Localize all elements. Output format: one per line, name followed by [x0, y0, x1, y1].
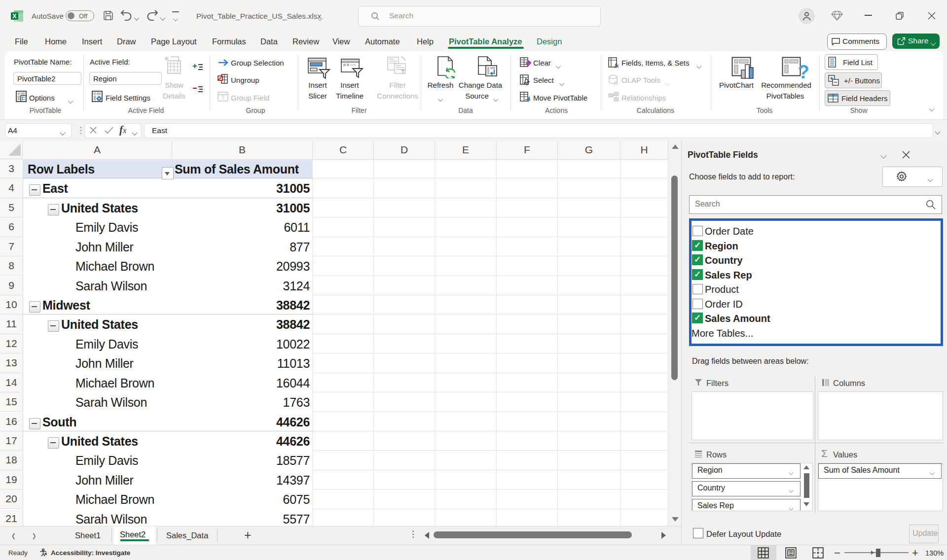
svg-text:fx: fx	[614, 80, 618, 85]
svg-text:fx: fx	[615, 62, 619, 68]
svg-text:?: ?	[798, 62, 809, 80]
svg-text:X: X	[12, 13, 17, 20]
svg-text:7: 7	[221, 95, 224, 101]
